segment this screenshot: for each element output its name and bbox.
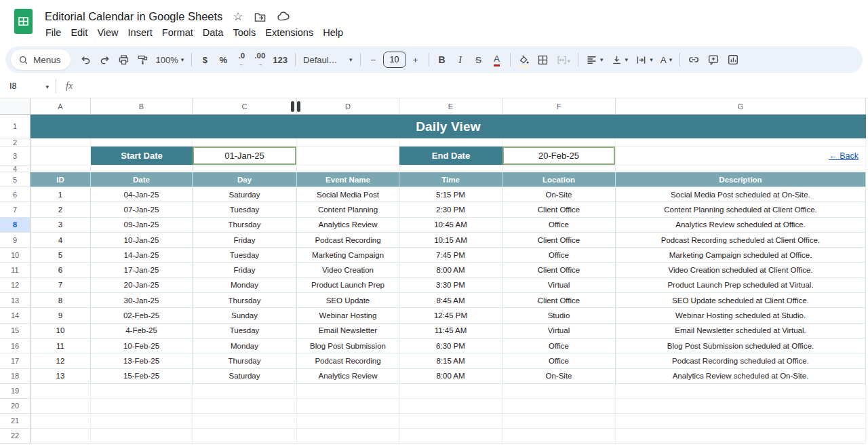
row-header-21[interactable]: 21 [0,414,31,429]
cell-C17[interactable]: Thursday [193,353,297,368]
row-header-16[interactable]: 16 [0,338,31,353]
cell-A2[interactable] [31,138,91,147]
cell-A21[interactable] [31,414,91,429]
fill-color-button[interactable] [515,50,533,69]
row-header-22[interactable]: 22 [0,429,31,444]
column-header-D[interactable]: D [297,98,399,115]
zoom-dropdown[interactable]: 100% [153,50,188,69]
start-date-value[interactable]: 01-Jan-25 [193,147,297,166]
row-header-15[interactable]: 15 [0,324,31,338]
cell-D20[interactable] [297,399,399,414]
increase-decimal-button[interactable]: .00 [251,50,269,69]
cell-D11[interactable]: Video Creation [297,263,399,277]
cell-D21[interactable] [297,414,399,429]
document-title[interactable]: Editorial Calendar in Google Sheets [45,10,222,23]
table-header-time[interactable]: Time [399,172,502,187]
strikethrough-button[interactable]: S [470,50,488,69]
menu-edit[interactable]: Edit [66,26,92,39]
horizontal-align-button[interactable] [583,50,607,69]
cell-C22[interactable] [193,429,297,444]
star-icon[interactable] [233,9,243,24]
cell-B4[interactable] [91,166,193,172]
cell-D18[interactable]: Analytics Review [297,369,399,384]
cell-G10[interactable]: Marketing Campaign scheduled at Office. [616,248,866,263]
cell-E16[interactable]: 6:30 PM [399,338,502,353]
cell-E14[interactable]: 12:45 PM [399,308,502,323]
cell-C20[interactable] [193,399,297,414]
cell-F22[interactable] [502,429,616,444]
menu-file[interactable]: File [41,26,66,39]
row-header-6[interactable]: 6 [0,187,31,202]
menu-help[interactable]: Help [318,26,348,39]
table-header-event-name[interactable]: Event Name [297,172,399,187]
cell-C19[interactable] [193,384,297,399]
cell-A9[interactable]: 4 [31,233,91,248]
cell-C11[interactable]: Friday [193,263,297,277]
cell-A4[interactable] [31,166,91,172]
cell-A6[interactable]: 1 [31,187,91,202]
row-header-10[interactable]: 10 [0,248,31,263]
cell-A11[interactable]: 6 [31,263,91,277]
cell-C12[interactable]: Monday [193,278,297,293]
menu-view[interactable]: View [92,26,123,39]
cell-G18[interactable]: Analytics Review scheduled at On-Site. [616,369,866,384]
cell-C7[interactable]: Tuesday [193,202,297,217]
cell-E21[interactable] [399,414,502,429]
merge-cells-button[interactable] [553,50,574,69]
cell-E2[interactable] [399,138,502,147]
cell-D19[interactable] [297,384,399,399]
row-header-11[interactable]: 11 [0,263,31,277]
cell-E19[interactable] [399,384,502,399]
column-header-G[interactable]: G [616,98,866,115]
font-dropdown[interactable]: Defaul… [300,50,356,69]
cell-C21[interactable] [193,414,297,429]
cell-F21[interactable] [502,414,616,429]
cell-F17[interactable]: Office [502,353,616,368]
insert-link-button[interactable] [684,50,703,69]
italic-button[interactable]: I [452,50,469,69]
cell-G15[interactable]: Email Newsletter scheduled at Virtual. [616,324,866,338]
cell-G20[interactable] [616,399,866,414]
cell-C14[interactable]: Sunday [193,308,297,323]
bold-button[interactable]: B [433,50,451,69]
menu-data[interactable]: Data [198,26,229,39]
menu-format[interactable]: Format [157,26,198,39]
cell-D15[interactable]: Email Newsletter [297,324,399,338]
start-date-label[interactable]: Start Date [91,147,193,166]
cell-F12[interactable]: Virtual [502,278,616,293]
cell-C15[interactable]: Tuesday [193,324,297,338]
cell-B17[interactable]: 13-Feb-25 [91,353,193,368]
cell-D16[interactable]: Blog Post Submission [297,338,399,353]
cell-G14[interactable]: Webinar Hosting scheduled at Studio. [616,308,866,323]
cell-F9[interactable]: Client Office [502,233,616,248]
cell-G4[interactable] [616,166,866,172]
cell-D4[interactable] [297,166,399,172]
row-header-5[interactable]: 5 [0,172,31,187]
row-header-18[interactable]: 18 [0,369,31,384]
cell-B19[interactable] [91,384,193,399]
row-header-17[interactable]: 17 [0,353,31,368]
cell-A22[interactable] [31,429,91,444]
cell-B9[interactable]: 10-Jan-25 [91,233,193,248]
row-header-13[interactable]: 13 [0,293,31,308]
cell-G11[interactable]: Video Creation scheduled at Client Offic… [616,263,866,277]
row-header-12[interactable]: 12 [0,278,31,293]
decrease-font-size-button[interactable]: − [365,50,382,69]
row-header-8[interactable]: 8 [0,218,31,233]
google-sheets-logo-icon[interactable] [14,9,33,34]
cell-G3[interactable]: ← Back [616,147,866,166]
column-header-A[interactable]: A [31,98,91,115]
vertical-align-button[interactable] [608,50,632,69]
back-link[interactable]: ← Back [829,151,859,161]
cell-E15[interactable]: 11:45 AM [399,324,502,338]
cell-G9[interactable]: Podcast Recording scheduled at Client Of… [616,233,866,248]
cell-D22[interactable] [297,429,399,444]
select-all-corner[interactable] [0,98,31,115]
menu-tools[interactable]: Tools [228,26,260,39]
cell-G2[interactable] [616,138,866,147]
row-header-7[interactable]: 7 [0,202,31,217]
cell-C16[interactable]: Monday [193,338,297,353]
cell-name-box[interactable]: I8 [0,81,49,91]
cell-B15[interactable]: 4-Feb-25 [91,324,193,338]
cell-D12[interactable]: Product Launch Prep [297,278,399,293]
